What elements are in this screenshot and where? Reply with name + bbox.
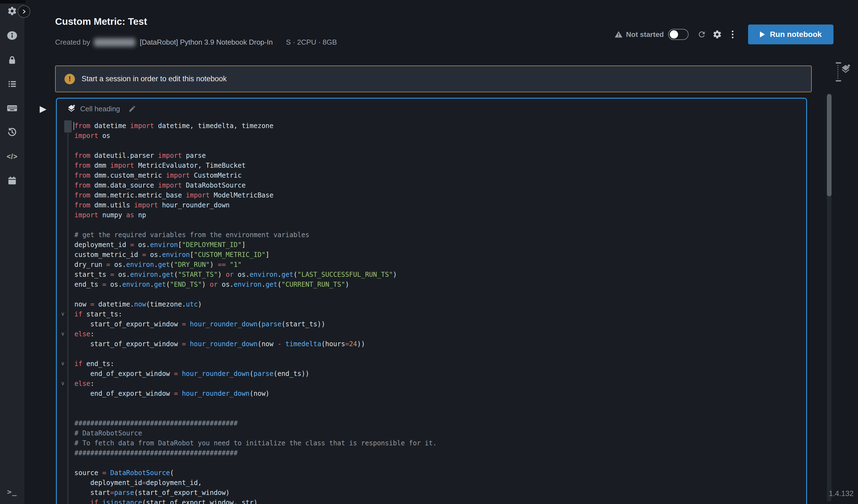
code-line: start=parse(start_of_export_window) (74, 488, 437, 498)
window-notch (0, 0, 25, 4)
code-line (74, 220, 437, 230)
history-icon[interactable] (0, 125, 24, 140)
code-line: from dmm.custom_metric import CustomMetr… (74, 170, 437, 180)
code-line (74, 349, 437, 359)
terminal-icon[interactable]: >_ (0, 484, 24, 499)
scrollbar-thumb[interactable] (827, 94, 831, 196)
refresh-button[interactable] (694, 27, 710, 42)
layers-plus-icon (67, 104, 76, 113)
code-line: import numpy as np (74, 210, 437, 220)
cell-gutter (67, 121, 68, 504)
code-line: from dmm.metric.metric_base import Model… (74, 190, 437, 200)
session-status-label: Not started (626, 30, 664, 39)
code-line: start_of_export_window = hour_rounder_do… (74, 339, 437, 349)
text-cursor (74, 122, 74, 130)
session-toggle[interactable] (668, 29, 688, 40)
code-line: from dmm.utils import hour_rounder_down (74, 200, 437, 210)
code-line (74, 290, 437, 299)
outline-dash-top (836, 62, 841, 64)
code-line: end_of_export_window = hour_rounder_down… (74, 389, 437, 399)
fold-chevron-icon[interactable]: ∨ (60, 330, 66, 337)
code-line (74, 458, 437, 468)
code-line: start_of_export_window = hour_rounder_do… (74, 319, 437, 329)
code-line (74, 141, 437, 151)
fold-chevron-icon[interactable]: ∨ (60, 311, 66, 317)
run-notebook-label: Run notebook (770, 30, 822, 39)
lock-icon[interactable] (0, 52, 24, 68)
warning-triangle-icon (615, 30, 623, 38)
header-controls: Not started Run notebook (615, 25, 833, 44)
warning-message: Start a session in order to edit this no… (82, 75, 227, 83)
sidebar: </> >_ (0, 0, 24, 504)
cell-heading-label: Cell heading (80, 105, 120, 113)
cell-header: Cell heading (67, 104, 136, 113)
toggle-knob (670, 30, 678, 38)
code-line: dry_run = os.environ.get("DRY_RUN") == "… (74, 260, 437, 270)
code-line: now = datetime.now(timezone.utc) (74, 299, 437, 309)
code-line: # To fetch data from DataRobot you need … (74, 438, 437, 448)
code-line: if end_ts: (74, 359, 437, 369)
settings-button[interactable] (710, 27, 725, 42)
code-line: from datetime import datetime, timedelta… (74, 121, 437, 131)
layers-plus-icon (840, 64, 851, 75)
resources-label: S · 2CPU · 8GB (286, 38, 337, 47)
gear-icon (713, 30, 722, 39)
list-icon[interactable] (0, 76, 24, 92)
code-line: end_of_export_window = hour_rounder_down… (74, 369, 437, 379)
app-version: 1.4.132 (829, 489, 854, 498)
code-line: deployment_id=deployment_id, (74, 478, 437, 488)
code-line (74, 399, 437, 408)
calendar-icon[interactable] (0, 173, 24, 189)
keyboard-icon[interactable] (0, 100, 24, 116)
code-line: import os (74, 131, 437, 141)
code-line: # DataRobotSource (74, 428, 437, 438)
kebab-menu-icon (732, 31, 733, 38)
sidebar-expand-button[interactable] (18, 5, 30, 18)
created-by-label: Created by (55, 38, 90, 47)
fold-chevron-icon[interactable]: ∨ (60, 380, 66, 386)
notebook-meta: Created by [DataRobot] Python 3.9 Notebo… (55, 38, 337, 47)
code-icon[interactable]: </> (0, 149, 24, 164)
code-line: if isinstance(start_of_export_window, st… (74, 498, 437, 504)
page-title: Custom Metric: Test (55, 16, 147, 27)
code-line: deployment_id = os.environ["DEPLOYMENT_I… (74, 240, 437, 250)
outline-dash-bottom (836, 80, 841, 82)
refresh-icon (697, 30, 706, 39)
code-line: # get the required variables from the en… (74, 230, 437, 240)
code-line: else: (74, 379, 437, 389)
chevron-right-icon (21, 9, 27, 14)
active-line-marker (64, 120, 72, 132)
code-line: from dmm import MetricEvaluator, TimeBuc… (74, 161, 437, 170)
pencil-icon[interactable] (128, 105, 136, 113)
run-cell-button[interactable]: ▶ (40, 103, 47, 114)
cell-outline-widget[interactable] (836, 62, 841, 82)
code-line: ########################################… (74, 448, 437, 458)
code-line: from dateutil.parser import parse (74, 151, 437, 161)
code-line: if start_ts: (74, 309, 437, 319)
code-editor[interactable]: from datetime import datetime, timedelta… (74, 121, 437, 504)
code-line: from dmm.data_source import DataRobotSou… (74, 180, 437, 190)
code-line: ########################################… (74, 418, 437, 428)
play-icon (760, 31, 765, 37)
session-status: Not started (615, 30, 664, 39)
environment-label: [DataRobot] Python 3.9 Notebook Drop-In (140, 38, 273, 47)
session-warning-banner: ! Start a session in order to edit this … (55, 66, 812, 92)
code-line: source = DataRobotSource( (74, 468, 437, 478)
more-actions-button[interactable] (725, 27, 740, 42)
code-line: end_ts = os.environ.get("END_TS") or os.… (74, 279, 437, 290)
fold-chevron-icon[interactable]: ∨ (60, 360, 66, 366)
code-line: else: (74, 329, 437, 339)
creator-name-redacted (94, 38, 135, 47)
info-icon[interactable] (0, 28, 24, 43)
code-line: custom_metric_id = os.environ["CUSTOM_ME… (74, 250, 437, 260)
run-notebook-button[interactable]: Run notebook (748, 25, 833, 44)
code-line: start_ts = os.environ.get("START_TS") or… (74, 270, 437, 279)
warning-circle-icon: ! (64, 74, 75, 84)
notebook-screen: </> >_ Custom Metric: Test Created by [D… (0, 0, 858, 504)
code-line (74, 408, 437, 418)
